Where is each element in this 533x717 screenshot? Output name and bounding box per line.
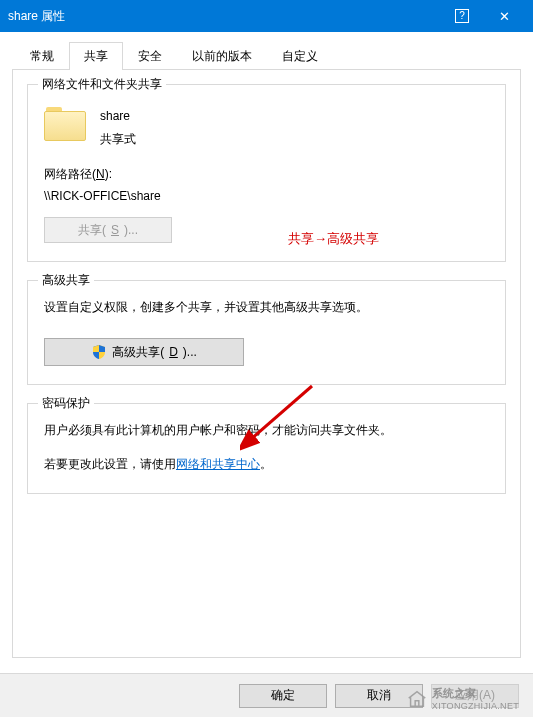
password-protect-line2: 若要更改此设置，请使用网络和共享中心。 [44,454,489,474]
password-protect-line1: 用户必须具有此计算机的用户帐户和密码，才能访问共享文件夹。 [44,420,489,440]
tab-custom[interactable]: 自定义 [267,42,333,70]
group-advanced-share-legend: 高级共享 [38,272,94,289]
group-network-share-legend: 网络文件和文件夹共享 [38,76,166,93]
folder-icon [44,107,86,143]
annotation-text: 共享→高级共享 [288,230,379,248]
window-title: share 属性 [8,8,441,25]
title-bar: share 属性 ? ✕ [0,0,533,32]
window-body: 常规 共享 安全 以前的版本 自定义 网络文件和文件夹共享 share 共享式 … [0,32,533,672]
uac-shield-icon [91,344,107,360]
folder-name: share [100,109,136,123]
cancel-button[interactable]: 取消 [335,684,423,708]
help-button[interactable]: ? [441,0,483,32]
tab-general[interactable]: 常规 [15,42,69,70]
group-network-share: 网络文件和文件夹共享 share 共享式 网络路径(N): \\RICK-OFF… [27,84,506,262]
group-password-protection: 密码保护 用户必须具有此计算机的用户帐户和密码，才能访问共享文件夹。 若要更改此… [27,403,506,494]
tab-strip: 常规 共享 安全 以前的版本 自定义 [12,40,521,70]
network-path-value: \\RICK-OFFICE\share [44,189,489,203]
tab-previous-versions[interactable]: 以前的版本 [177,42,267,70]
network-sharing-center-link[interactable]: 网络和共享中心 [176,457,260,471]
advanced-share-button[interactable]: 高级共享(D)... [44,338,244,366]
apply-button[interactable]: 应用(A) [431,684,519,708]
close-button[interactable]: ✕ [483,0,525,32]
tab-share[interactable]: 共享 [69,42,123,70]
dialog-footer: 确定 取消 应用(A) [0,673,533,717]
tab-panel-share: 网络文件和文件夹共享 share 共享式 网络路径(N): \\RICK-OFF… [12,70,521,658]
network-path-label: 网络路径(N): [44,166,489,183]
advanced-share-desc: 设置自定义权限，创建多个共享，并设置其他高级共享选项。 [44,299,489,316]
group-password-legend: 密码保护 [38,395,94,412]
share-button[interactable]: 共享(S)... [44,217,172,243]
tab-security[interactable]: 安全 [123,42,177,70]
folder-share-state: 共享式 [100,131,136,148]
group-advanced-share: 高级共享 设置自定义权限，创建多个共享，并设置其他高级共享选项。 高级共享(D)… [27,280,506,385]
ok-button[interactable]: 确定 [239,684,327,708]
